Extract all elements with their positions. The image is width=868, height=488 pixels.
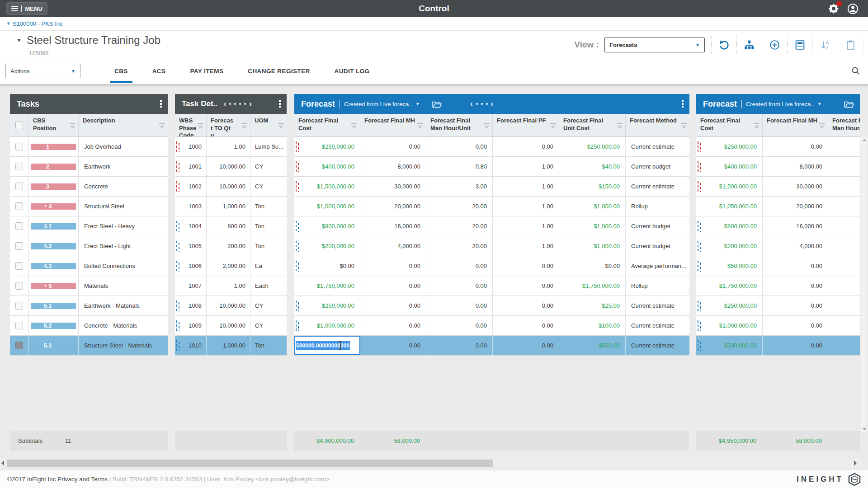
forecast-method-cell[interactable]: Current estimate	[626, 336, 689, 355]
forecast-to-qty-cell[interactable]: 200.00	[207, 236, 250, 256]
forecast-final-cost-cell[interactable]: $1,000,000.00	[294, 197, 360, 216]
uom-cell[interactable]: Ton	[250, 236, 287, 256]
forecast-method-cell[interactable]: Current estimate	[626, 296, 689, 315]
open-snapshot-icon[interactable]	[431, 100, 442, 108]
kebab-menu-icon[interactable]	[682, 100, 684, 108]
scroll-left-icon[interactable]	[1, 460, 4, 466]
forecast-to-qty-cell[interactable]: 10,000.00	[207, 296, 250, 315]
forecast-final-man-hour-unit-cell[interactable]: 20.00	[426, 216, 493, 236]
forecast-final-mh-cell[interactable]: 0.00	[763, 336, 828, 355]
forecast-final-mh-cell[interactable]: 0.00	[763, 316, 828, 335]
forecast-final-cost-cell[interactable]: $250,000.00	[294, 296, 360, 315]
scroll-right-icon[interactable]	[854, 460, 857, 466]
forecast-final-pf-cell[interactable]: 1.00	[493, 197, 559, 216]
tab-change-register[interactable]: CHANGE REGISTER	[236, 58, 322, 84]
forecast-final-mh-cell[interactable]: 0.00	[360, 137, 426, 156]
tab-audit-log[interactable]: AUDIT LOG	[322, 58, 382, 84]
filter-icon[interactable]	[754, 123, 760, 128]
forecast-final-cost-cell[interactable]: $1,000,000.00	[294, 316, 360, 335]
kebab-menu-icon[interactable]	[279, 100, 281, 108]
forecast-final-mh-cell[interactable]: 16,000.00	[360, 216, 426, 236]
breadcrumb[interactable]: ▼ S100000 - PKS Inc	[6, 20, 63, 27]
view-select[interactable]: Forecasts ▼	[604, 38, 705, 52]
forecast-final-cost-cell[interactable]: $200,000.00	[696, 236, 763, 256]
column-header-wbs-phase-code[interactable]: WBS Phase Code	[175, 114, 207, 136]
filter-icon[interactable]	[198, 123, 203, 128]
forecast-final-cost-cell[interactable]: $1,050,000.00	[696, 197, 763, 216]
column-header-forecast-final-man-hour-unit[interactable]: Forecast Final Man Hour/Unit	[828, 114, 860, 136]
description-cell[interactable]: Materials	[79, 276, 168, 296]
forecast-final-mh-cell[interactable]: 0.00	[763, 137, 828, 156]
wbs-phase-code-cell[interactable]: 1006	[175, 256, 207, 276]
user-profile-icon[interactable]	[847, 3, 859, 15]
open-snapshot-icon[interactable]	[844, 100, 854, 108]
pager-dot[interactable]	[229, 103, 231, 105]
forecast-final-man-hour-unit-cell[interactable]	[828, 296, 860, 315]
row-checkbox[interactable]	[15, 163, 23, 170]
refresh-icon[interactable]	[711, 36, 736, 54]
forecast-final-unit-cost-cell[interactable]: $0.00	[559, 256, 626, 276]
forecast-final-man-hour-unit-cell[interactable]: 0.00	[426, 316, 493, 335]
forecast-to-qty-cell[interactable]: 10,000.00	[207, 177, 250, 196]
forecast-final-mh-cell[interactable]: 16,000.00	[763, 216, 828, 236]
cbs-position-badge[interactable]: 5.3	[31, 343, 76, 349]
job-expand-icon[interactable]: ▼	[16, 37, 22, 43]
uom-cell[interactable]: Ton	[250, 336, 287, 355]
forecast-final-man-hour-unit-cell[interactable]: 20.00	[426, 197, 493, 216]
collapse-icon[interactable]: ▼	[43, 204, 47, 208]
column-header-forecast-final-mh[interactable]: Forecast Final MH	[360, 114, 426, 136]
forecast-final-cost-cell[interactable]: $1,500,000.00	[696, 177, 763, 196]
forecast-final-cost-cell[interactable]: $400,000.00	[294, 157, 360, 176]
chevron-down-icon[interactable]: ▼	[817, 102, 821, 106]
forecast-final-unit-cost-cell[interactable]: $40.00	[559, 157, 626, 176]
forecast-final-cost-cell[interactable]: $800,000.00	[696, 216, 763, 236]
forecast-method-cell[interactable]: Current budget	[626, 236, 689, 256]
filter-icon[interactable]	[70, 123, 75, 128]
forecast-final-cost-cell[interactable]: $250,000.00	[294, 137, 360, 156]
row-checkbox[interactable]	[15, 143, 23, 150]
forecast-final-man-hour-unit-cell[interactable]	[828, 197, 860, 216]
menu-button[interactable]: MENU	[6, 2, 47, 15]
pager-dot[interactable]	[234, 103, 236, 105]
filter-icon[interactable]	[819, 123, 825, 128]
column-header-forecast-final-pf[interactable]: Forecast Final PF	[493, 114, 559, 136]
uom-cell[interactable]: CY	[250, 177, 287, 196]
tab-pay-items[interactable]: PAY ITEMS	[178, 58, 236, 84]
forecast-final-man-hour-unit-cell[interactable]	[828, 177, 860, 196]
row-checkbox[interactable]	[15, 302, 23, 310]
wbs-phase-code-cell[interactable]: 1009	[175, 316, 207, 335]
forecast-final-cost-edit-cell[interactable]: 500000.00000000000	[294, 336, 360, 355]
forecast-final-mh-cell[interactable]: 4,000.00	[763, 236, 828, 256]
scroll-up-icon[interactable]	[863, 139, 866, 141]
pager-dot[interactable]	[244, 103, 246, 105]
forecast-final-pf-cell[interactable]: 1.00	[493, 216, 559, 236]
forecast-final-cost-cell[interactable]: $50,000.00	[696, 256, 763, 276]
tab-acs[interactable]: ACS	[140, 58, 178, 84]
pager-dot[interactable]	[486, 103, 488, 105]
wbs-phase-code-cell[interactable]: 1000	[175, 137, 207, 156]
cbs-position-badge[interactable]: ▼5	[31, 283, 76, 289]
forecast-to-qty-cell[interactable]: 10,000.00	[207, 316, 250, 335]
wbs-phase-code-cell[interactable]: 1007	[175, 276, 207, 296]
forecast-final-man-hour-unit-cell[interactable]	[828, 137, 860, 156]
cbs-position-badge[interactable]: 5.2	[31, 323, 76, 329]
row-checkbox[interactable]	[15, 342, 23, 349]
cbs-position-badge[interactable]: 4.2	[31, 243, 76, 249]
row-checkbox[interactable]	[15, 322, 23, 329]
forecast-final-mh-cell[interactable]: 0.00	[763, 276, 828, 296]
pager-dot[interactable]	[476, 103, 478, 105]
add-circle-icon[interactable]	[762, 36, 787, 54]
forecast-final-mh-cell[interactable]: 0.00	[763, 256, 828, 276]
filter-icon[interactable]	[417, 123, 423, 128]
description-cell[interactable]: Earthwork - Materials	[79, 296, 168, 315]
forecast-method-cell[interactable]: Rollup	[626, 197, 689, 216]
uom-cell[interactable]: CY	[250, 157, 287, 176]
forecast-final-pf-cell[interactable]: 0.00	[493, 336, 559, 355]
forecast-final-pf-cell[interactable]: 0.00	[493, 296, 559, 315]
uom-cell[interactable]: Ea	[250, 256, 287, 276]
column-header-forecast-method[interactable]: Forecast Method	[626, 114, 689, 136]
chevron-down-icon[interactable]: ▼	[415, 102, 420, 106]
cbs-position-badge[interactable]: 4.1	[31, 223, 76, 230]
pager-right-icon[interactable]: ›	[249, 100, 251, 108]
select-all-checkbox[interactable]	[15, 122, 23, 129]
